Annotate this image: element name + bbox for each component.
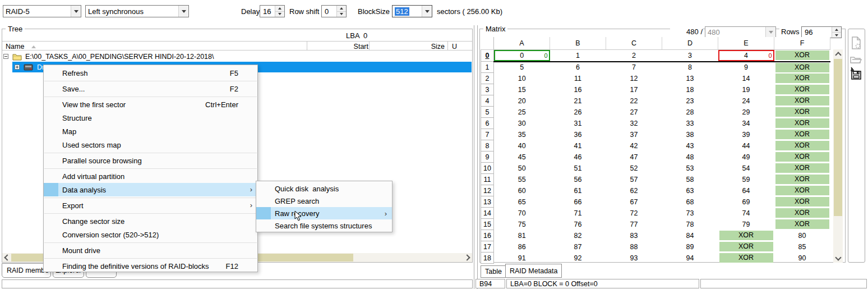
matrix-cell[interactable]: 90 xyxy=(774,253,830,264)
matrix-cell[interactable]: 57 xyxy=(606,174,662,185)
matrix-cell[interactable]: 83 xyxy=(606,230,662,241)
matrix-row-header[interactable]: 12 xyxy=(481,185,494,196)
matrix-cell[interactable]: 58 xyxy=(662,174,718,185)
matrix-cell[interactable]: 8 xyxy=(662,62,718,73)
matrix-cell[interactable]: 14 xyxy=(718,73,774,84)
block-size-dropdown-button[interactable] xyxy=(422,6,432,17)
matrix-cell[interactable]: 64 xyxy=(718,185,774,196)
matrix-cell[interactable]: 86 xyxy=(494,241,550,253)
matrix-cell[interactable]: 37 xyxy=(606,129,662,140)
matrix-cell[interactable]: 20 xyxy=(494,95,550,107)
tab-table[interactable]: Table xyxy=(481,265,506,278)
matrix-cell[interactable]: XOR xyxy=(774,185,830,196)
matrix-cell[interactable]: 79 xyxy=(718,219,774,230)
matrix-cell[interactable]: 21 xyxy=(550,95,606,107)
matrix-cell[interactable]: 3 xyxy=(662,49,718,62)
matrix-row-header[interactable]: 7 xyxy=(481,129,494,140)
delay-up-button[interactable] xyxy=(275,6,284,12)
matrix-cell[interactable]: 77 xyxy=(606,219,662,230)
matrix-cell[interactable]: 11 xyxy=(550,73,606,84)
matrix-cell[interactable]: 87 xyxy=(550,241,606,253)
matrix-cell[interactable]: 25 xyxy=(494,107,550,118)
matrix-cell[interactable]: 50 xyxy=(494,163,550,174)
matrix-cell[interactable]: 51 xyxy=(550,163,606,174)
layout-scheme-combo[interactable]: Left synchronous xyxy=(85,5,189,17)
matrix-cell[interactable]: XOR xyxy=(774,62,830,73)
block-size-combo[interactable]: 512 xyxy=(392,5,432,17)
matrix-cell[interactable]: 85 xyxy=(774,241,830,253)
menu-item-mount-drive[interactable]: Mount drive xyxy=(44,244,257,257)
menu-item-structure[interactable]: Structure xyxy=(44,111,257,125)
matrix-cell[interactable]: 23 xyxy=(662,95,718,107)
menu-item-conversion-sector[interactable]: Conversion sector (520->512) xyxy=(44,228,257,241)
matrix-cell[interactable]: 72 xyxy=(606,208,662,219)
matrix-cell[interactable]: 65 xyxy=(494,196,550,208)
matrix-cell[interactable]: 27 xyxy=(606,107,662,118)
matrix-cell[interactable]: 16 xyxy=(550,84,606,95)
matrix-cell[interactable]: 92 xyxy=(550,253,606,264)
matrix-cell[interactable]: 56 xyxy=(550,174,606,185)
raid-type-dropdown-button[interactable] xyxy=(71,6,81,17)
matrix-cell[interactable]: 32 xyxy=(606,118,662,129)
matrix-cell[interactable]: 70 xyxy=(494,208,550,219)
matrix-cell[interactable]: 73 xyxy=(662,208,718,219)
matrix-cell[interactable]: 60 xyxy=(494,185,550,196)
row-shift-down-button[interactable] xyxy=(337,12,346,17)
matrix-cell[interactable]: XOR xyxy=(774,208,830,219)
matrix-cell[interactable]: XOR xyxy=(774,118,830,129)
submenu-item-quick-disk-analysis[interactable]: Quick disk analysis xyxy=(256,182,392,195)
matrix-row-header[interactable]: 0 xyxy=(481,49,494,62)
matrix-cell[interactable]: 93 xyxy=(606,253,662,264)
matrix-cell[interactable]: XOR xyxy=(774,49,830,62)
matrix-cell[interactable]: 24 xyxy=(718,95,774,107)
matrix-cell[interactable]: 71 xyxy=(550,208,606,219)
matrix-cell[interactable]: 00 xyxy=(494,49,550,62)
matrix-cell[interactable]: 36 xyxy=(550,129,606,140)
matrix-cell[interactable]: 47 xyxy=(606,152,662,163)
matrix-cell[interactable]: 6 xyxy=(550,62,606,73)
matrix-cell[interactable]: 18 xyxy=(662,84,718,95)
matrix-row-header[interactable]: 14 xyxy=(481,208,494,219)
matrix-cell[interactable]: 62 xyxy=(606,185,662,196)
tree-column-start[interactable]: Start xyxy=(310,43,368,51)
matrix-cell[interactable]: 13 xyxy=(662,73,718,84)
matrix-row-header[interactable]: 18 xyxy=(481,253,494,264)
matrix-cell[interactable]: 41 xyxy=(550,140,606,152)
new-matrix-button[interactable] xyxy=(849,36,863,51)
scroll-up-button[interactable] xyxy=(833,49,843,58)
matrix-cell[interactable]: 67 xyxy=(606,196,662,208)
matrix-cell[interactable]: 84 xyxy=(662,230,718,241)
matrix-cell[interactable]: 55 xyxy=(494,174,550,185)
matrix-cell[interactable]: 31 xyxy=(550,118,606,129)
layout-scheme-dropdown-button[interactable] xyxy=(178,6,188,17)
matrix-cell[interactable]: 33 xyxy=(662,118,718,129)
matrix-cell[interactable]: 10 xyxy=(494,73,550,84)
matrix-cell[interactable]: 19 xyxy=(718,84,774,95)
matrix-cell[interactable]: XOR xyxy=(774,219,830,230)
matrix-cell[interactable]: 63 xyxy=(662,185,718,196)
menu-item-add-virtual-partition[interactable]: Add virtual partition xyxy=(44,169,257,183)
matrix-row-header[interactable]: 5 xyxy=(481,107,494,118)
matrix-cell[interactable]: 75 xyxy=(494,219,550,230)
matrix-cell[interactable]: 34 xyxy=(718,118,774,129)
matrix-row-header[interactable]: 9 xyxy=(481,152,494,163)
menu-item-refresh[interactable]: RefreshF5 xyxy=(44,66,257,80)
matrix-cell[interactable]: 35 xyxy=(494,129,550,140)
matrix-cell[interactable]: 43 xyxy=(662,140,718,152)
delay-down-button[interactable] xyxy=(275,12,284,17)
matrix-cell[interactable]: 28 xyxy=(662,107,718,118)
matrix-cell[interactable]: XOR xyxy=(774,174,830,185)
menu-item-map[interactable]: Map xyxy=(44,125,257,138)
matrix-cell[interactable]: 78 xyxy=(662,219,718,230)
row-shift-up-button[interactable] xyxy=(337,6,346,12)
matrix-cell[interactable]: 9 xyxy=(718,62,774,73)
matrix-cell[interactable]: XOR xyxy=(774,95,830,107)
matrix-cell[interactable]: 76 xyxy=(550,219,606,230)
tree-column-name[interactable]: Name xyxy=(6,43,24,51)
matrix-cell[interactable]: 39 xyxy=(718,129,774,140)
matrix-cell[interactable]: 26 xyxy=(550,107,606,118)
matrix-row-header[interactable]: 8 xyxy=(481,140,494,152)
matrix-cell[interactable]: 46 xyxy=(550,152,606,163)
matrix-row-header[interactable]: 13 xyxy=(481,196,494,208)
block-counter-combo[interactable]: 480 xyxy=(705,26,776,38)
